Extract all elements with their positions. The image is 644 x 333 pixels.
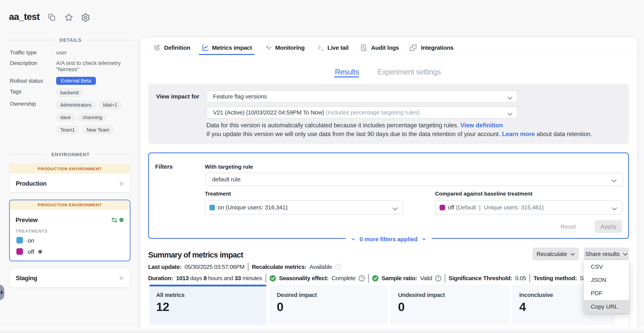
svg-text:?: ?	[361, 276, 363, 280]
svg-text:?: ?	[437, 276, 439, 280]
